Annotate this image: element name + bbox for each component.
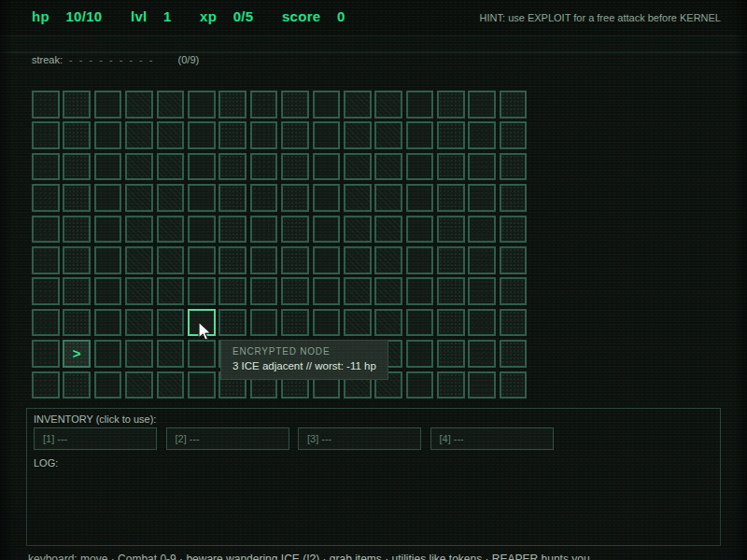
grid-cell[interactable] bbox=[94, 216, 122, 244]
grid-cell[interactable] bbox=[344, 91, 372, 119]
grid-cell[interactable] bbox=[250, 216, 278, 244]
grid-cell[interactable] bbox=[500, 371, 528, 399]
grid-cell[interactable] bbox=[437, 309, 465, 337]
grid-cell[interactable] bbox=[63, 277, 91, 305]
grid-cell[interactable] bbox=[344, 121, 372, 149]
grid-cell[interactable] bbox=[32, 153, 60, 181]
grid-cell[interactable] bbox=[125, 371, 153, 399]
grid-cell[interactable] bbox=[94, 371, 122, 399]
grid-cell[interactable] bbox=[500, 340, 528, 368]
grid-cell[interactable] bbox=[94, 340, 122, 368]
inventory-slot-4[interactable]: [4] --- bbox=[430, 427, 554, 450]
grid-cell[interactable] bbox=[250, 121, 278, 149]
grid-cell[interactable] bbox=[32, 91, 60, 119]
grid-cell[interactable] bbox=[468, 153, 496, 181]
grid-cell[interactable] bbox=[468, 371, 496, 399]
grid-cell[interactable] bbox=[94, 153, 122, 181]
grid-cell[interactable] bbox=[32, 277, 60, 305]
grid-cell[interactable] bbox=[406, 184, 434, 212]
grid-cell[interactable] bbox=[313, 153, 341, 181]
grid-cell[interactable] bbox=[63, 184, 91, 212]
grid-cell[interactable] bbox=[32, 184, 60, 212]
grid-cell[interactable] bbox=[437, 184, 465, 212]
grid-cell[interactable] bbox=[157, 277, 185, 305]
grid-cell[interactable] bbox=[125, 184, 153, 212]
grid-cell[interactable] bbox=[406, 216, 434, 244]
grid-cell[interactable] bbox=[374, 216, 402, 244]
grid-cell[interactable] bbox=[468, 216, 496, 244]
grid-cell[interactable] bbox=[218, 216, 247, 244]
grid-cell[interactable] bbox=[188, 371, 216, 399]
grid-cell[interactable] bbox=[94, 121, 122, 149]
grid-cell[interactable] bbox=[94, 246, 122, 274]
grid-cell[interactable] bbox=[344, 277, 372, 305]
grid-cell[interactable] bbox=[250, 309, 278, 337]
grid-cell[interactable] bbox=[188, 121, 216, 149]
grid-cell[interactable] bbox=[63, 153, 91, 181]
grid-cell[interactable] bbox=[125, 340, 153, 368]
grid-cell[interactable] bbox=[281, 184, 309, 212]
grid-cell[interactable] bbox=[374, 246, 402, 274]
grid-cell[interactable] bbox=[406, 340, 434, 368]
grid-cell[interactable] bbox=[313, 91, 341, 119]
grid-cell[interactable] bbox=[374, 277, 402, 305]
grid-cell[interactable] bbox=[313, 216, 341, 244]
grid-cell[interactable] bbox=[500, 277, 528, 305]
grid-cell[interactable] bbox=[406, 371, 434, 399]
grid-cell[interactable] bbox=[188, 184, 216, 212]
grid-cell[interactable] bbox=[32, 121, 60, 149]
grid-cell[interactable] bbox=[63, 309, 91, 337]
grid-cell[interactable] bbox=[344, 216, 372, 244]
grid-cell[interactable] bbox=[125, 309, 153, 337]
grid-cell[interactable] bbox=[94, 91, 122, 119]
grid-cell[interactable] bbox=[468, 309, 496, 337]
grid-cell[interactable] bbox=[157, 153, 185, 181]
grid-cell[interactable] bbox=[281, 153, 309, 181]
hovered-cell[interactable] bbox=[188, 309, 216, 337]
grid-cell[interactable] bbox=[437, 91, 465, 119]
grid-cell[interactable] bbox=[406, 277, 434, 305]
grid-cell[interactable] bbox=[374, 184, 402, 212]
grid-cell[interactable] bbox=[406, 246, 434, 274]
grid-cell[interactable] bbox=[281, 216, 309, 244]
grid-cell[interactable] bbox=[32, 340, 60, 368]
grid-cell[interactable] bbox=[125, 153, 153, 181]
grid-cell[interactable] bbox=[125, 91, 153, 119]
grid-cell[interactable] bbox=[437, 216, 465, 244]
grid-cell[interactable] bbox=[63, 371, 91, 399]
grid-cell[interactable] bbox=[313, 184, 341, 212]
grid-cell[interactable] bbox=[468, 121, 496, 149]
grid-cell[interactable] bbox=[313, 309, 341, 337]
grid-cell[interactable] bbox=[125, 277, 153, 305]
player-cell[interactable]: > bbox=[63, 340, 91, 368]
inventory-slot-1[interactable]: [1] --- bbox=[34, 427, 157, 450]
grid-cell[interactable] bbox=[437, 121, 465, 149]
grid-cell[interactable] bbox=[500, 184, 528, 212]
grid-cell[interactable] bbox=[32, 309, 60, 337]
grid-cell[interactable] bbox=[500, 91, 528, 119]
grid-cell[interactable] bbox=[218, 309, 247, 337]
grid-cell[interactable] bbox=[313, 121, 341, 149]
grid-cell[interactable] bbox=[157, 91, 185, 119]
grid-cell[interactable] bbox=[500, 216, 528, 244]
grid-cell[interactable] bbox=[188, 216, 216, 244]
grid-cell[interactable] bbox=[374, 309, 402, 337]
grid-cell[interactable] bbox=[406, 121, 434, 149]
grid-cell[interactable] bbox=[218, 246, 247, 274]
grid-cell[interactable] bbox=[500, 121, 528, 149]
grid-cell[interactable] bbox=[32, 246, 60, 274]
grid-cell[interactable] bbox=[32, 371, 60, 399]
grid-cell[interactable] bbox=[406, 91, 434, 119]
grid-cell[interactable] bbox=[125, 216, 153, 244]
grid-cell[interactable] bbox=[281, 91, 309, 119]
grid-cell[interactable] bbox=[32, 216, 60, 244]
grid-cell[interactable] bbox=[125, 121, 153, 149]
inventory-slot-3[interactable]: [3] --- bbox=[298, 427, 421, 450]
grid-cell[interactable] bbox=[188, 153, 216, 181]
grid-cell[interactable] bbox=[281, 309, 309, 337]
grid-cell[interactable] bbox=[218, 153, 247, 181]
grid-cell[interactable] bbox=[218, 277, 247, 305]
grid-cell[interactable] bbox=[157, 121, 185, 149]
grid-cell[interactable] bbox=[157, 246, 185, 274]
grid-cell[interactable] bbox=[63, 246, 91, 274]
